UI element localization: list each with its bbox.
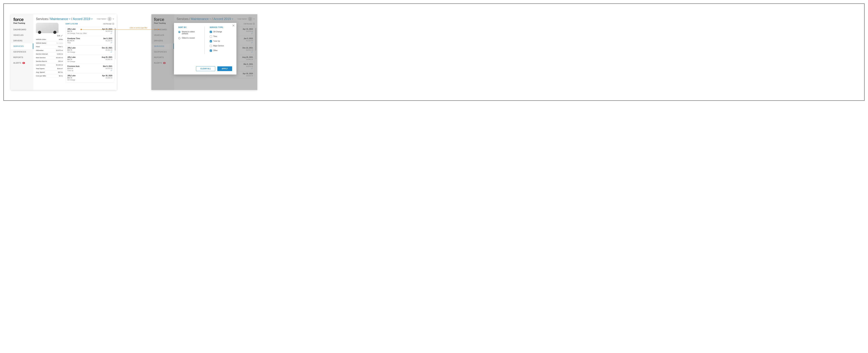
attachment-icon bbox=[111, 51, 112, 53]
edit-button[interactable]: Edit bbox=[36, 35, 63, 37]
detail-row: Next Service:35,000 mi bbox=[36, 56, 63, 60]
attachment-icon bbox=[111, 70, 112, 72]
filter-modal: SORT BY: Newest to oldest (default)Oldes… bbox=[174, 23, 237, 75]
type-option[interactable]: Tires bbox=[210, 35, 232, 38]
detail-row: Odometer:34,670 mi bbox=[36, 49, 63, 52]
attachment-icon bbox=[111, 42, 112, 44]
detail-row: Vehicle Color:White bbox=[36, 38, 63, 41]
close-icon bbox=[232, 24, 235, 27]
service-item[interactable]: Jiffy Lube$80.75Oil ChangeApr 30, 202019… bbox=[66, 73, 114, 82]
user-name: <User Name> bbox=[97, 18, 106, 20]
service-item[interactable]: Goodyear Tires$1,243.44TiresJan 5, 20223… bbox=[66, 36, 114, 46]
sidebar-item-geofences[interactable]: GEOFENCES bbox=[11, 49, 33, 55]
apply-button[interactable]: APPLY bbox=[217, 66, 232, 71]
detail-row: Vehicle Name:No name bbox=[36, 41, 63, 45]
vehicle-image bbox=[36, 23, 59, 33]
logo-sub: Fleet Tracking bbox=[13, 22, 31, 24]
sidebar-item-services[interactable]: SERVICES bbox=[11, 43, 33, 49]
checkbox-icon bbox=[210, 45, 212, 47]
checkbox-icon bbox=[210, 35, 212, 38]
type-option[interactable]: Oil Change bbox=[210, 31, 232, 33]
sidebar-item-dashboard[interactable]: DASHBOARD bbox=[11, 27, 33, 32]
clear-all-button[interactable]: CLEAR ALL bbox=[196, 66, 215, 71]
service-item[interactable]: Jiffy Lube$80.75Oil ChangeAug 29, 202124… bbox=[66, 55, 114, 64]
service-item[interactable]: Jiffy Lube$80.75Oil ChangeDec 22, 202129… bbox=[66, 46, 114, 55]
close-button[interactable] bbox=[232, 24, 235, 27]
chevron-down-icon bbox=[113, 18, 114, 20]
service-type-heading: SERVICE TYPE: bbox=[210, 26, 232, 28]
detail-row: Service Due In:330 mi bbox=[36, 60, 63, 63]
logo: force Fleet Tracking bbox=[11, 17, 33, 27]
checkbox-icon bbox=[210, 31, 212, 33]
screen-modal: force Fleet Tracking DASHBOARDVEHICLESDR… bbox=[151, 14, 257, 90]
detail-row: Total Spent:$345.67 bbox=[36, 67, 63, 70]
detail-row: Service Interval:5,000 mi bbox=[36, 52, 63, 56]
radio-icon bbox=[178, 37, 180, 39]
pencil-icon bbox=[61, 35, 63, 37]
checkbox-icon bbox=[210, 40, 212, 42]
attachment-icon bbox=[111, 32, 112, 35]
sidebar-item-alerts[interactable]: ALERTS5 bbox=[11, 60, 33, 66]
detail-row: Last Service:30,000 mi bbox=[36, 63, 63, 67]
avatar bbox=[107, 17, 112, 21]
annotation-label: Click on service type filter bbox=[130, 27, 147, 29]
chevron-down-icon bbox=[69, 18, 70, 20]
flow-annotation: Click on service type filter bbox=[81, 27, 159, 31]
user-icon bbox=[108, 18, 111, 20]
checkbox-icon bbox=[210, 50, 212, 52]
sort-option[interactable]: Oldest to newest bbox=[178, 37, 201, 39]
add-receipt-button[interactable]: Add Receipt bbox=[103, 23, 114, 25]
crumb-root: Services bbox=[36, 17, 48, 21]
chevron-down-icon bbox=[91, 18, 93, 20]
type-option[interactable]: Other bbox=[210, 50, 232, 52]
sidebar-item-vehicles[interactable]: VEHICLES bbox=[11, 32, 33, 38]
radio-icon bbox=[178, 31, 180, 33]
user-menu[interactable]: <User Name> bbox=[97, 17, 114, 21]
crumb-vehicle[interactable]: Accord 2019 bbox=[73, 17, 93, 21]
type-option[interactable]: Major Service bbox=[210, 45, 232, 47]
scrollbar[interactable] bbox=[115, 28, 116, 59]
sort-filter-button[interactable]: SORT & FILTER bbox=[65, 23, 78, 25]
sort-option[interactable]: Newest to oldest (default) bbox=[178, 31, 201, 35]
svg-point-0 bbox=[109, 18, 110, 19]
screen-base: force Fleet Tracking DASHBOARDVEHICLESDR… bbox=[11, 14, 117, 90]
logo-main: force bbox=[13, 17, 31, 22]
sidebar-item-reports[interactable]: REPORTS bbox=[11, 55, 33, 60]
crumb-maintenance[interactable]: Maintenance bbox=[50, 17, 70, 21]
detail-row: Cost per Mile:$0.01 bbox=[36, 74, 63, 78]
breadcrumb: Services / Maintenance / Accord 2019 <Us… bbox=[36, 17, 117, 21]
add-circle-icon bbox=[112, 23, 114, 25]
sidebar-item-drivers[interactable]: DRIVERS bbox=[11, 38, 33, 43]
service-list: Jiffy Lube$80.75Oil Change, Tune Up, Oth… bbox=[65, 27, 114, 82]
alerts-badge: 5 bbox=[22, 62, 25, 64]
sidebar: force Fleet Tracking DASHBOARDVEHICLESDR… bbox=[11, 14, 33, 90]
sort-by-heading: SORT BY: bbox=[178, 26, 201, 28]
type-option[interactable]: Tune Up bbox=[210, 40, 232, 42]
detail-row: Avg. Spend:$57.61 bbox=[36, 70, 63, 74]
detail-row: Fleet:Fleet 1 bbox=[36, 45, 63, 49]
service-item[interactable]: Firestone Auto$203.44Tune UpMar 8, 20212… bbox=[66, 64, 114, 73]
